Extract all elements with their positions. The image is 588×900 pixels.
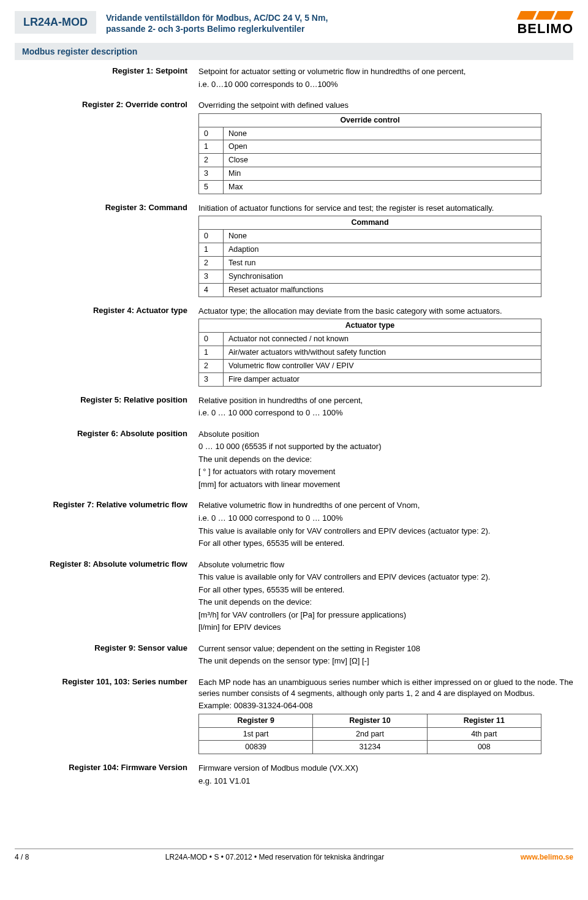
register-label: Register 7: Relative volumetric flow xyxy=(15,500,198,509)
text: i.e. 0 … 10 000 correspond to 0 … 100% xyxy=(198,407,573,418)
text: For all other types, 65535 will be enter… xyxy=(198,538,573,549)
register-8-absolute-volumetric-flow: Register 8: Absolute volumetric flow Abs… xyxy=(15,559,573,635)
text: Each MP node has an unambiguous series n… xyxy=(198,677,573,698)
text: Relative volumetric flow in hundredths o… xyxy=(198,500,573,511)
cell: 5 xyxy=(199,181,224,194)
register-content: Absolute position 0 … 10 000 (65535 if n… xyxy=(198,429,573,492)
cell: 00839 xyxy=(199,741,313,754)
text: The unit depends on the device: xyxy=(198,597,573,608)
register-2-override-control: Register 2: Override control Overriding … xyxy=(15,100,573,194)
register-5-relative-position: Register 5: Relative position Relative p… xyxy=(15,395,573,420)
cell: 2nd part xyxy=(313,727,427,741)
text: Example: 00839-31324-064-008 xyxy=(198,700,573,711)
text: Firmware version of Modbus module (VX.XX… xyxy=(198,763,573,774)
text: e.g. 101 V1.01 xyxy=(198,776,573,787)
register-label: Register 2: Override control xyxy=(15,100,198,109)
section-title: Modbus register description xyxy=(15,43,573,60)
text: Absolute volumetric flow xyxy=(198,559,573,570)
cell: 2 xyxy=(199,359,224,372)
register-label: Register 6: Absolute position xyxy=(15,429,198,438)
register-content: Current sensor value; dependent on the s… xyxy=(198,643,573,668)
register-label: Register 104: Firmware Version xyxy=(15,763,198,772)
register-content: Initiation of actuator functions for ser… xyxy=(198,203,573,297)
cell: Close xyxy=(224,154,541,167)
register-label: Register 3: Command xyxy=(15,203,198,212)
cell: 1 xyxy=(199,346,224,359)
footer-center: LR24A-MOD • S • 07.2012 • Med reservatio… xyxy=(165,853,384,861)
text: Initiation of actuator functions for ser… xyxy=(198,203,573,214)
register-104-firmware-version: Register 104: Firmware Version Firmware … xyxy=(15,763,573,788)
cell: None xyxy=(224,127,541,140)
text: This value is available only for VAV con… xyxy=(198,526,573,537)
text: [l/min] for EPIV devices xyxy=(198,622,573,633)
register-1-setpoint: Register 1: Setpoint Setpoint for actuat… xyxy=(15,66,573,91)
text: This value is available only for VAV con… xyxy=(198,572,573,583)
register-content: Actuator type; the allocation may deviat… xyxy=(198,306,573,387)
cell: 2 xyxy=(199,257,224,270)
product-subtitle: Vridande ventilställdon för Modbus, AC/D… xyxy=(106,11,507,34)
subtitle-line-1: Vridande ventilställdon för Modbus, AC/D… xyxy=(106,13,328,23)
cell: Adaption xyxy=(224,243,541,257)
page-number: 4 / 8 xyxy=(15,853,29,861)
cell: 4th part xyxy=(427,727,541,741)
register-7-relative-volumetric-flow: Register 7: Relative volumetric flow Rel… xyxy=(15,500,573,550)
cell: Air/water actuators with/without safety … xyxy=(224,346,541,359)
table-header: Override control xyxy=(199,113,541,127)
register-content: Setpoint for actuator setting or volumet… xyxy=(198,66,573,91)
cell: 0 xyxy=(199,127,224,140)
brand-logo: BELIMO xyxy=(517,11,573,37)
text: Actuator type; the allocation may deviat… xyxy=(198,306,573,317)
cell: Volumetric flow controller VAV / EPIV xyxy=(224,359,541,372)
text: i.e. 0…10 000 corresponds to 0…100% xyxy=(198,79,573,90)
cell: Synchronisation xyxy=(224,270,541,283)
cell: 0 xyxy=(199,230,224,243)
text: The unit depends on the sensor type: [mv… xyxy=(198,656,573,667)
cell: Fire damper actuator xyxy=(224,372,541,386)
register-content: Absolute volumetric flow This value is a… xyxy=(198,559,573,635)
register-content: Relative volumetric flow in hundredths o… xyxy=(198,500,573,550)
product-code: LR24A-MOD xyxy=(15,11,96,34)
text: Current sensor value; dependent on the s… xyxy=(198,643,573,654)
text: Setpoint for actuator setting or volumet… xyxy=(198,66,573,77)
text: [mm] for actuators with linear movement xyxy=(198,479,573,490)
register-content: Relative position in hundredths of one p… xyxy=(198,395,573,420)
text: Overriding the setpoint with defined val… xyxy=(198,100,573,111)
register-content: Overriding the setpoint with defined val… xyxy=(198,100,573,194)
brand-logo-text: BELIMO xyxy=(517,21,573,37)
command-table: Command 0None 1Adaption 2Test run 3Synch… xyxy=(198,216,541,297)
register-3-command: Register 3: Command Initiation of actuat… xyxy=(15,203,573,297)
brand-logo-icon xyxy=(517,11,574,20)
cell: 3 xyxy=(199,372,224,386)
text: For all other types, 65535 will be enter… xyxy=(198,584,573,596)
cell: Min xyxy=(224,167,541,181)
cell: 3 xyxy=(199,270,224,283)
cell: Test run xyxy=(224,257,541,270)
cell: Max xyxy=(224,181,541,194)
cell: 0 xyxy=(199,333,224,346)
subtitle-line-2: passande 2- och 3-ports Belimo reglerkul… xyxy=(106,24,304,34)
text: Relative position in hundredths of one p… xyxy=(198,395,573,406)
cell: 3 xyxy=(199,167,224,181)
cell: 008 xyxy=(427,741,541,754)
actuator-type-table: Actuator type 0Actuator not connected / … xyxy=(198,319,541,386)
table-header: Register 11 xyxy=(427,714,541,727)
cell: 31234 xyxy=(313,741,427,754)
cell: Reset actuator malfunctions xyxy=(224,283,541,297)
cell: 1 xyxy=(199,243,224,257)
register-content: Firmware version of Modbus module (VX.XX… xyxy=(198,763,573,788)
register-6-absolute-position: Register 6: Absolute position Absolute p… xyxy=(15,429,573,492)
cell: Open xyxy=(224,140,541,154)
table-header: Command xyxy=(199,216,541,230)
register-9-sensor-value: Register 9: Sensor value Current sensor … xyxy=(15,643,573,668)
footer-url: www.belimo.se xyxy=(521,853,573,861)
cell: None xyxy=(224,230,541,243)
page-footer: 4 / 8 LR24A-MOD • S • 07.2012 • Med rese… xyxy=(15,849,573,861)
register-content: Each MP node has an unambiguous series n… xyxy=(198,677,573,754)
register-label: Register 8: Absolute volumetric flow xyxy=(15,559,198,569)
text: The unit depends on the device: xyxy=(198,454,573,465)
table-header: Actuator type xyxy=(199,319,541,333)
register-label: Register 9: Sensor value xyxy=(15,643,198,652)
text: i.e. 0 … 10 000 correspond to 0 … 100% xyxy=(198,513,573,524)
table-header: Register 10 xyxy=(313,714,427,727)
text: 0 … 10 000 (65535 if not supported by th… xyxy=(198,441,573,452)
